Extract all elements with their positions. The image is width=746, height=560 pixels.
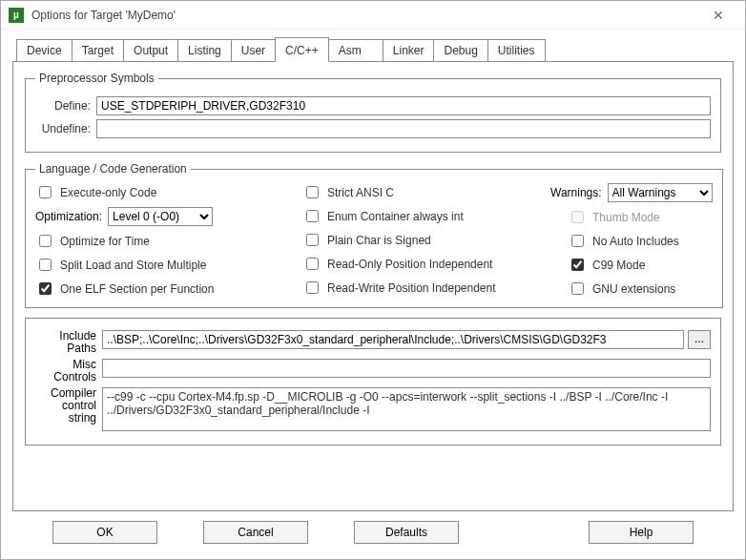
compiler-string-label: Compiler control string [35, 387, 102, 425]
include-paths-browse-button[interactable]: ... [688, 330, 711, 349]
langcode-group: Language / Code Generation Execute-only … [25, 162, 723, 308]
preprocessor-legend: Preprocessor Symbols [35, 72, 158, 85]
define-label: Define: [35, 99, 96, 113]
optimize-time-checkbox[interactable]: Optimize for Time [35, 232, 302, 250]
tab-strip: Device Target Output Listing User C/C++ … [12, 39, 734, 62]
strict-ansi-checkbox[interactable]: Strict ANSI C [302, 183, 550, 201]
tab-linker[interactable]: Linker [383, 39, 435, 62]
options-dialog: µ Options for Target 'MyDemo' ✕ Device T… [0, 0, 746, 560]
undefine-label: Undefine: [35, 122, 96, 135]
optimization-select[interactable]: Level 0 (-O0) [108, 207, 213, 226]
preprocessor-group: Preprocessor Symbols Define: Undefine: [25, 72, 721, 153]
window-title: Options for Target 'MyDemo' [31, 9, 699, 22]
paths-group: Include Paths ... Misc Controls Compiler… [25, 318, 721, 446]
warnings-label: Warnings: [550, 186, 602, 199]
tab-user[interactable]: User [231, 39, 276, 62]
optimization-label: Optimization: [35, 210, 102, 223]
langcode-legend: Language / Code Generation [35, 162, 191, 176]
tab-pane-c-cpp: Preprocessor Symbols Define: Undefine: L… [12, 61, 734, 511]
compiler-string-display: --c99 -c --cpu Cortex-M4.fp.sp -D__MICRO… [102, 387, 711, 431]
help-button[interactable]: Help [589, 521, 694, 544]
tab-debug[interactable]: Debug [433, 39, 487, 62]
titlebar: µ Options for Target 'MyDemo' ✕ [1, 1, 745, 30]
tab-output[interactable]: Output [123, 39, 178, 62]
thumb-mode-checkbox: Thumb Mode [550, 208, 713, 226]
plain-char-checkbox[interactable]: Plain Char is Signed [302, 231, 550, 249]
tab-utilities[interactable]: Utilities [487, 39, 546, 62]
enum-container-checkbox[interactable]: Enum Container always int [302, 207, 550, 225]
tab-c-cpp[interactable]: C/C++ [275, 37, 329, 62]
tab-listing[interactable]: Listing [177, 39, 232, 62]
include-paths-label: Include Paths [35, 330, 102, 355]
ok-button[interactable]: OK [52, 521, 157, 544]
misc-controls-input[interactable] [102, 359, 711, 378]
warnings-select[interactable]: All Warnings [608, 183, 713, 202]
app-icon: µ [9, 8, 24, 23]
close-icon[interactable]: ✕ [699, 8, 737, 23]
gnu-extensions-checkbox[interactable]: GNU extensions [550, 280, 713, 298]
cancel-button[interactable]: Cancel [203, 521, 308, 544]
readwrite-pos-checkbox[interactable]: Read-Write Position Independent [302, 279, 550, 297]
include-paths-input[interactable] [102, 330, 684, 349]
define-input[interactable] [96, 96, 711, 115]
c99-mode-checkbox[interactable]: C99 Mode [550, 256, 713, 274]
one-elf-checkbox[interactable]: One ELF Section per Function [35, 280, 302, 298]
defaults-button[interactable]: Defaults [354, 521, 459, 544]
tab-target[interactable]: Target [72, 39, 124, 62]
tab-asm[interactable]: Asm [328, 39, 383, 62]
button-bar: OK Cancel Defaults Help [12, 511, 734, 553]
split-load-checkbox[interactable]: Split Load and Store Multiple [35, 256, 302, 274]
no-auto-includes-checkbox[interactable]: No Auto Includes [550, 232, 713, 250]
client-area: Device Target Output Listing User C/C++ … [1, 30, 745, 559]
misc-controls-label: Misc Controls [35, 359, 102, 384]
undefine-input[interactable] [96, 119, 711, 138]
execute-only-checkbox[interactable]: Execute-only Code [35, 183, 302, 201]
readonly-pos-checkbox[interactable]: Read-Only Position Independent [302, 255, 550, 273]
tab-device[interactable]: Device [16, 39, 73, 62]
